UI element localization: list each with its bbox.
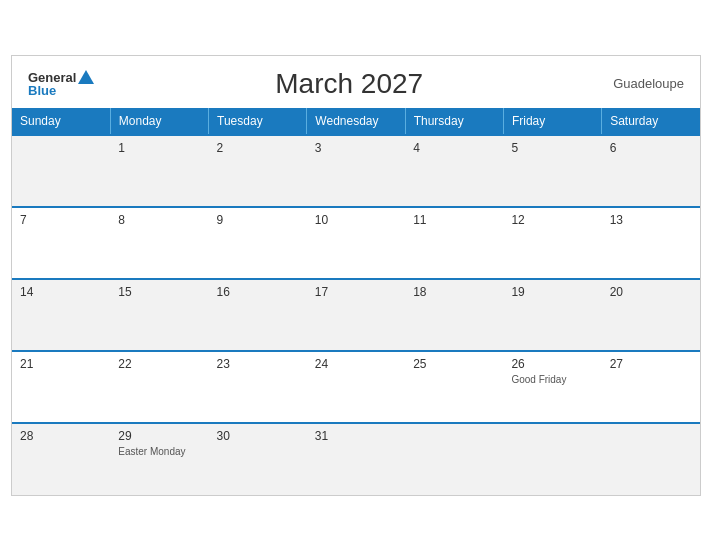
table-row: 7	[12, 207, 110, 279]
day-number: 29	[118, 429, 200, 443]
table-row: 13	[602, 207, 700, 279]
header-monday: Monday	[110, 108, 208, 135]
day-event: Easter Monday	[118, 446, 200, 457]
day-number: 14	[20, 285, 102, 299]
day-number: 20	[610, 285, 692, 299]
day-number: 1	[118, 141, 200, 155]
calendar-header: General Blue March 2027 Guadeloupe	[12, 56, 700, 108]
day-number: 9	[217, 213, 299, 227]
table-row: 19	[503, 279, 601, 351]
table-row: 21	[12, 351, 110, 423]
calendar-week-row: 2829Easter Monday3031	[12, 423, 700, 495]
table-row: 30	[209, 423, 307, 495]
table-row: 10	[307, 207, 405, 279]
calendar-week-row: 14151617181920	[12, 279, 700, 351]
header-saturday: Saturday	[602, 108, 700, 135]
table-row: 11	[405, 207, 503, 279]
table-row: 5	[503, 135, 601, 207]
logo: General Blue	[28, 70, 94, 97]
day-number: 2	[217, 141, 299, 155]
header-sunday: Sunday	[12, 108, 110, 135]
table-row: 2	[209, 135, 307, 207]
day-number: 21	[20, 357, 102, 371]
header-thursday: Thursday	[405, 108, 503, 135]
header-wednesday: Wednesday	[307, 108, 405, 135]
day-number: 5	[511, 141, 593, 155]
header-tuesday: Tuesday	[209, 108, 307, 135]
day-number: 7	[20, 213, 102, 227]
table-row: 28	[12, 423, 110, 495]
table-row: 15	[110, 279, 208, 351]
day-number: 16	[217, 285, 299, 299]
calendar-region: Guadeloupe	[604, 76, 684, 91]
day-number: 17	[315, 285, 397, 299]
table-row: 20	[602, 279, 700, 351]
table-row: 29Easter Monday	[110, 423, 208, 495]
header-friday: Friday	[503, 108, 601, 135]
table-row	[503, 423, 601, 495]
day-number: 6	[610, 141, 692, 155]
table-row: 24	[307, 351, 405, 423]
table-row: 12	[503, 207, 601, 279]
day-number: 13	[610, 213, 692, 227]
calendar-week-row: 212223242526Good Friday27	[12, 351, 700, 423]
day-number: 31	[315, 429, 397, 443]
table-row: 9	[209, 207, 307, 279]
table-row: 1	[110, 135, 208, 207]
day-number: 30	[217, 429, 299, 443]
table-row: 16	[209, 279, 307, 351]
calendar-title: March 2027	[94, 68, 604, 100]
table-row: 4	[405, 135, 503, 207]
table-row: 26Good Friday	[503, 351, 601, 423]
logo-triangle-icon	[78, 70, 94, 84]
day-number: 24	[315, 357, 397, 371]
table-row: 31	[307, 423, 405, 495]
table-row	[405, 423, 503, 495]
table-row: 25	[405, 351, 503, 423]
day-number: 28	[20, 429, 102, 443]
calendar-container: General Blue March 2027 Guadeloupe Sunda…	[11, 55, 701, 496]
table-row	[602, 423, 700, 495]
day-number: 11	[413, 213, 495, 227]
table-row: 27	[602, 351, 700, 423]
table-row: 14	[12, 279, 110, 351]
day-event: Good Friday	[511, 374, 593, 385]
day-number: 18	[413, 285, 495, 299]
table-row: 17	[307, 279, 405, 351]
table-row: 3	[307, 135, 405, 207]
day-number: 3	[315, 141, 397, 155]
logo-blue: Blue	[28, 84, 56, 97]
day-number: 10	[315, 213, 397, 227]
day-number: 4	[413, 141, 495, 155]
calendar-grid: Sunday Monday Tuesday Wednesday Thursday…	[12, 108, 700, 495]
day-number: 26	[511, 357, 593, 371]
logo-general: General	[28, 71, 76, 84]
day-number: 19	[511, 285, 593, 299]
day-number: 8	[118, 213, 200, 227]
table-row	[12, 135, 110, 207]
table-row: 23	[209, 351, 307, 423]
calendar-week-row: 123456	[12, 135, 700, 207]
day-number: 23	[217, 357, 299, 371]
calendar-week-row: 78910111213	[12, 207, 700, 279]
weekday-header-row: Sunday Monday Tuesday Wednesday Thursday…	[12, 108, 700, 135]
day-number: 25	[413, 357, 495, 371]
table-row: 6	[602, 135, 700, 207]
table-row: 8	[110, 207, 208, 279]
day-number: 27	[610, 357, 692, 371]
day-number: 22	[118, 357, 200, 371]
day-number: 15	[118, 285, 200, 299]
table-row: 18	[405, 279, 503, 351]
day-number: 12	[511, 213, 593, 227]
table-row: 22	[110, 351, 208, 423]
